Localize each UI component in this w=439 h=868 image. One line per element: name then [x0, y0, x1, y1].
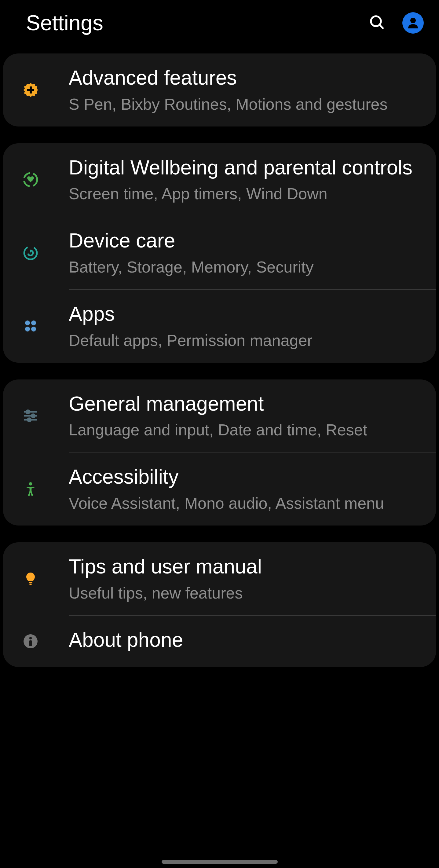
item-subtitle: Voice Assistant, Mono audio, Assistant m… — [69, 493, 427, 514]
item-accessibility[interactable]: Accessibility Voice Assistant, Mono audi… — [3, 453, 436, 526]
info-icon — [21, 632, 40, 650]
item-device-care[interactable]: Device care Battery, Storage, Memory, Se… — [3, 216, 436, 289]
item-text: Apps Default apps, Permission manager — [69, 301, 427, 351]
item-general-management[interactable]: General management Language and input, D… — [3, 379, 436, 453]
item-text: Device care Battery, Storage, Memory, Se… — [69, 228, 427, 278]
app-header: Settings — [3, 0, 436, 54]
item-subtitle: S Pen, Bixby Routines, Motions and gestu… — [69, 93, 427, 115]
item-text: Tips and user manual Useful tips, new fe… — [69, 554, 427, 604]
item-text: Digital Wellbeing and parental controls … — [69, 155, 427, 205]
settings-group: Advanced features S Pen, Bixby Routines,… — [3, 54, 436, 126]
item-advanced-features[interactable]: Advanced features S Pen, Bixby Routines,… — [3, 54, 436, 126]
item-title: Advanced features — [69, 65, 427, 90]
item-apps[interactable]: Apps Default apps, Permission manager — [3, 290, 436, 363]
item-title: About phone — [69, 627, 427, 653]
gear-plus-icon — [21, 81, 40, 99]
heart-circle-icon — [21, 170, 40, 189]
svg-rect-19 — [29, 584, 32, 585]
search-icon[interactable] — [369, 14, 385, 32]
item-text: About phone — [69, 627, 427, 656]
person-icon — [21, 480, 40, 498]
refresh-circle-icon — [21, 244, 40, 262]
svg-point-6 — [23, 245, 38, 260]
item-text: General management Language and input, D… — [69, 391, 427, 441]
svg-point-16 — [28, 418, 31, 422]
svg-point-17 — [29, 482, 32, 486]
item-title: General management — [69, 391, 427, 416]
header-actions — [369, 12, 424, 34]
item-about-phone[interactable]: About phone — [3, 616, 436, 667]
svg-point-10 — [31, 327, 36, 332]
lightbulb-icon — [21, 569, 40, 588]
item-subtitle: Screen time, App timers, Wind Down — [69, 183, 427, 205]
item-subtitle: Battery, Storage, Memory, Security — [69, 256, 427, 278]
svg-point-21 — [29, 637, 32, 639]
svg-point-8 — [31, 320, 36, 326]
settings-group: General management Language and input, D… — [3, 379, 436, 526]
svg-point-9 — [25, 327, 30, 332]
settings-group: Digital Wellbeing and parental controls … — [3, 143, 436, 363]
item-title: Tips and user manual — [69, 554, 427, 579]
item-title: Apps — [69, 301, 427, 327]
svg-point-12 — [26, 410, 30, 414]
svg-point-14 — [31, 414, 35, 417]
svg-rect-18 — [29, 582, 32, 583]
svg-point-2 — [410, 18, 416, 23]
item-text: Accessibility Voice Assistant, Mono audi… — [69, 464, 427, 514]
sliders-icon — [21, 407, 40, 425]
svg-point-7 — [25, 320, 30, 326]
item-tips[interactable]: Tips and user manual Useful tips, new fe… — [3, 542, 436, 615]
item-title: Device care — [69, 228, 427, 253]
page-title: Settings — [26, 11, 103, 35]
svg-rect-22 — [29, 640, 32, 646]
item-subtitle: Language and input, Date and time, Reset — [69, 419, 427, 440]
svg-line-1 — [379, 25, 383, 29]
svg-point-0 — [371, 16, 381, 26]
profile-icon[interactable] — [402, 12, 424, 34]
svg-rect-4 — [27, 89, 34, 91]
nav-bar-indicator[interactable] — [162, 860, 278, 864]
settings-group: Tips and user manual Useful tips, new fe… — [3, 542, 436, 667]
item-subtitle: Useful tips, new features — [69, 582, 427, 604]
item-title: Digital Wellbeing and parental controls — [69, 155, 427, 180]
item-digital-wellbeing[interactable]: Digital Wellbeing and parental controls … — [3, 143, 436, 216]
item-subtitle: Default apps, Permission manager — [69, 330, 427, 351]
item-title: Accessibility — [69, 464, 427, 490]
item-text: Advanced features S Pen, Bixby Routines,… — [69, 65, 427, 115]
apps-grid-icon — [21, 317, 40, 335]
